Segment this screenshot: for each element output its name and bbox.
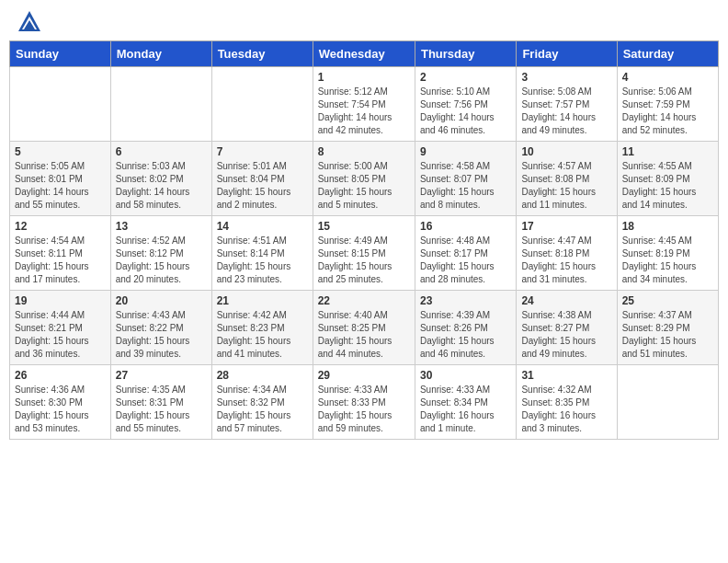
day-number: 27 bbox=[116, 369, 207, 382]
logo bbox=[13, 9, 42, 35]
calendar-cell: 4Sunrise: 5:06 AM Sunset: 7:59 PM Daylig… bbox=[617, 67, 718, 142]
calendar-week-row: 1Sunrise: 5:12 AM Sunset: 7:54 PM Daylig… bbox=[10, 67, 719, 142]
logo-icon bbox=[17, 9, 42, 35]
calendar-week-row: 5Sunrise: 5:05 AM Sunset: 8:01 PM Daylig… bbox=[10, 142, 719, 216]
day-number: 29 bbox=[318, 369, 410, 382]
day-number: 5 bbox=[15, 145, 106, 158]
day-number: 31 bbox=[521, 369, 611, 382]
calendar-cell: 11Sunrise: 4:55 AM Sunset: 8:09 PM Dayli… bbox=[617, 142, 718, 216]
day-info: Sunrise: 5:06 AM Sunset: 7:59 PM Dayligh… bbox=[622, 86, 713, 137]
day-info: Sunrise: 5:12 AM Sunset: 7:54 PM Dayligh… bbox=[318, 86, 410, 137]
calendar-cell: 21Sunrise: 4:42 AM Sunset: 8:23 PM Dayli… bbox=[211, 291, 313, 365]
day-info: Sunrise: 5:01 AM Sunset: 8:04 PM Dayligh… bbox=[217, 160, 308, 212]
calendar-week-row: 19Sunrise: 4:44 AM Sunset: 8:21 PM Dayli… bbox=[10, 291, 719, 365]
day-number: 11 bbox=[622, 145, 713, 158]
day-info: Sunrise: 4:39 AM Sunset: 8:26 PM Dayligh… bbox=[420, 309, 511, 361]
day-info: Sunrise: 4:58 AM Sunset: 8:07 PM Dayligh… bbox=[420, 160, 511, 212]
day-number: 25 bbox=[622, 294, 713, 307]
day-info: Sunrise: 4:36 AM Sunset: 8:30 PM Dayligh… bbox=[15, 384, 106, 435]
day-number: 28 bbox=[217, 369, 308, 382]
calendar-cell: 12Sunrise: 4:54 AM Sunset: 8:11 PM Dayli… bbox=[10, 216, 111, 291]
calendar-week-row: 12Sunrise: 4:54 AM Sunset: 8:11 PM Dayli… bbox=[10, 216, 719, 291]
calendar-cell: 1Sunrise: 5:12 AM Sunset: 7:54 PM Daylig… bbox=[313, 67, 415, 142]
day-number: 23 bbox=[420, 294, 511, 307]
day-info: Sunrise: 4:40 AM Sunset: 8:25 PM Dayligh… bbox=[318, 309, 410, 361]
calendar-cell: 25Sunrise: 4:37 AM Sunset: 8:29 PM Dayli… bbox=[617, 291, 718, 365]
calendar-week-row: 26Sunrise: 4:36 AM Sunset: 8:30 PM Dayli… bbox=[10, 365, 719, 440]
day-info: Sunrise: 4:34 AM Sunset: 8:32 PM Dayligh… bbox=[217, 384, 308, 435]
calendar-cell: 14Sunrise: 4:51 AM Sunset: 8:14 PM Dayli… bbox=[211, 216, 313, 291]
day-number: 9 bbox=[420, 145, 511, 158]
calendar-cell: 5Sunrise: 5:05 AM Sunset: 8:01 PM Daylig… bbox=[10, 142, 111, 216]
calendar-cell: 7Sunrise: 5:01 AM Sunset: 8:04 PM Daylig… bbox=[211, 142, 313, 216]
day-info: Sunrise: 4:37 AM Sunset: 8:29 PM Dayligh… bbox=[622, 309, 713, 361]
day-number: 20 bbox=[116, 294, 207, 307]
calendar-header-row: SundayMondayTuesdayWednesdayThursdayFrid… bbox=[10, 41, 719, 67]
day-number: 12 bbox=[15, 220, 106, 233]
calendar-cell: 20Sunrise: 4:43 AM Sunset: 8:22 PM Dayli… bbox=[110, 291, 211, 365]
day-info: Sunrise: 4:57 AM Sunset: 8:08 PM Dayligh… bbox=[521, 160, 611, 212]
calendar-cell: 9Sunrise: 4:58 AM Sunset: 8:07 PM Daylig… bbox=[415, 142, 516, 216]
calendar-cell: 24Sunrise: 4:38 AM Sunset: 8:27 PM Dayli… bbox=[517, 291, 617, 365]
day-info: Sunrise: 4:42 AM Sunset: 8:23 PM Dayligh… bbox=[217, 309, 308, 361]
calendar-cell: 29Sunrise: 4:33 AM Sunset: 8:33 PM Dayli… bbox=[313, 365, 415, 440]
calendar-cell: 30Sunrise: 4:33 AM Sunset: 8:34 PM Dayli… bbox=[415, 365, 516, 440]
day-number: 24 bbox=[521, 294, 611, 307]
day-number: 21 bbox=[217, 294, 308, 307]
day-number: 8 bbox=[318, 145, 410, 158]
day-info: Sunrise: 4:51 AM Sunset: 8:14 PM Dayligh… bbox=[217, 235, 308, 286]
day-info: Sunrise: 5:08 AM Sunset: 7:57 PM Dayligh… bbox=[521, 86, 611, 137]
day-info: Sunrise: 4:55 AM Sunset: 8:09 PM Dayligh… bbox=[622, 160, 713, 212]
calendar-cell: 28Sunrise: 4:34 AM Sunset: 8:32 PM Dayli… bbox=[211, 365, 313, 440]
day-info: Sunrise: 5:00 AM Sunset: 8:05 PM Dayligh… bbox=[318, 160, 410, 212]
day-number: 13 bbox=[116, 220, 207, 233]
day-number: 2 bbox=[420, 71, 511, 84]
page-header bbox=[9, 9, 719, 35]
day-number: 19 bbox=[15, 294, 106, 307]
day-number: 16 bbox=[420, 220, 511, 233]
calendar-cell: 10Sunrise: 4:57 AM Sunset: 8:08 PM Dayli… bbox=[517, 142, 617, 216]
day-info: Sunrise: 4:49 AM Sunset: 8:15 PM Dayligh… bbox=[318, 235, 410, 286]
calendar-cell: 15Sunrise: 4:49 AM Sunset: 8:15 PM Dayli… bbox=[313, 216, 415, 291]
day-info: Sunrise: 4:44 AM Sunset: 8:21 PM Dayligh… bbox=[15, 309, 106, 361]
day-of-week-header: Friday bbox=[517, 41, 617, 67]
day-number: 1 bbox=[318, 71, 410, 84]
day-info: Sunrise: 4:52 AM Sunset: 8:12 PM Dayligh… bbox=[116, 235, 207, 286]
calendar-cell bbox=[211, 67, 313, 142]
calendar-cell bbox=[10, 67, 111, 142]
calendar-cell: 16Sunrise: 4:48 AM Sunset: 8:17 PM Dayli… bbox=[415, 216, 516, 291]
calendar-cell: 8Sunrise: 5:00 AM Sunset: 8:05 PM Daylig… bbox=[313, 142, 415, 216]
day-number: 3 bbox=[521, 71, 611, 84]
day-of-week-header: Tuesday bbox=[211, 41, 313, 67]
day-info: Sunrise: 4:32 AM Sunset: 8:35 PM Dayligh… bbox=[521, 384, 611, 435]
day-number: 22 bbox=[318, 294, 410, 307]
day-number: 18 bbox=[622, 220, 713, 233]
day-number: 17 bbox=[521, 220, 611, 233]
calendar-cell: 22Sunrise: 4:40 AM Sunset: 8:25 PM Dayli… bbox=[313, 291, 415, 365]
calendar-cell: 26Sunrise: 4:36 AM Sunset: 8:30 PM Dayli… bbox=[10, 365, 111, 440]
day-of-week-header: Sunday bbox=[10, 41, 111, 67]
day-number: 6 bbox=[116, 145, 207, 158]
day-number: 15 bbox=[318, 220, 410, 233]
calendar-cell bbox=[617, 365, 718, 440]
calendar-cell: 19Sunrise: 4:44 AM Sunset: 8:21 PM Dayli… bbox=[10, 291, 111, 365]
day-number: 4 bbox=[622, 71, 713, 84]
day-info: Sunrise: 4:33 AM Sunset: 8:34 PM Dayligh… bbox=[420, 384, 511, 435]
day-of-week-header: Monday bbox=[110, 41, 211, 67]
day-info: Sunrise: 4:47 AM Sunset: 8:18 PM Dayligh… bbox=[521, 235, 611, 286]
day-number: 26 bbox=[15, 369, 106, 382]
day-info: Sunrise: 5:05 AM Sunset: 8:01 PM Dayligh… bbox=[15, 160, 106, 212]
calendar-cell: 13Sunrise: 4:52 AM Sunset: 8:12 PM Dayli… bbox=[110, 216, 211, 291]
day-info: Sunrise: 4:33 AM Sunset: 8:33 PM Dayligh… bbox=[318, 384, 410, 435]
day-of-week-header: Saturday bbox=[617, 41, 718, 67]
day-info: Sunrise: 5:10 AM Sunset: 7:56 PM Dayligh… bbox=[420, 86, 511, 137]
calendar-cell: 31Sunrise: 4:32 AM Sunset: 8:35 PM Dayli… bbox=[517, 365, 617, 440]
day-of-week-header: Wednesday bbox=[313, 41, 415, 67]
day-info: Sunrise: 4:35 AM Sunset: 8:31 PM Dayligh… bbox=[116, 384, 207, 435]
day-info: Sunrise: 4:48 AM Sunset: 8:17 PM Dayligh… bbox=[420, 235, 511, 286]
calendar-cell: 17Sunrise: 4:47 AM Sunset: 8:18 PM Dayli… bbox=[517, 216, 617, 291]
day-number: 7 bbox=[217, 145, 308, 158]
calendar-cell bbox=[110, 67, 211, 142]
day-info: Sunrise: 4:54 AM Sunset: 8:11 PM Dayligh… bbox=[15, 235, 106, 286]
day-number: 30 bbox=[420, 369, 511, 382]
